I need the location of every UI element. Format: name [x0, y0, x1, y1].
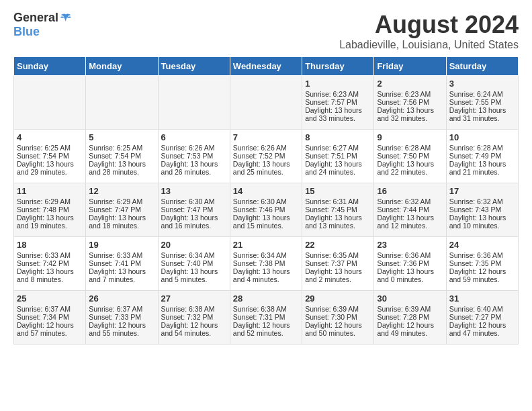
cell-text: Daylight: 13 hours and 24 minutes. — [305, 160, 371, 176]
day-number: 15 — [305, 186, 371, 196]
cell-text: Sunset: 7:37 PM — [305, 259, 371, 267]
cell-text: Sunset: 7:53 PM — [161, 152, 227, 160]
cell-text: Daylight: 13 hours and 4 minutes. — [233, 267, 299, 283]
cell-text: Sunset: 7:46 PM — [233, 205, 299, 214]
cell-text: Sunset: 7:54 PM — [89, 152, 154, 160]
cell-text: Sunset: 7:36 PM — [377, 259, 443, 267]
cell-text: Sunrise: 6:27 AM — [305, 144, 371, 152]
header-sunday: Sunday — [14, 57, 86, 76]
calendar-cell: 1Sunrise: 6:23 AMSunset: 7:57 PMDaylight… — [302, 76, 374, 130]
calendar-cell: 22Sunrise: 6:35 AMSunset: 7:37 PMDayligh… — [302, 237, 374, 291]
day-number: 31 — [449, 293, 515, 304]
calendar-cell — [86, 76, 158, 130]
page-subtitle: Labadieville, Louisiana, United States — [339, 39, 519, 51]
day-number: 21 — [233, 240, 299, 250]
calendar-cell: 30Sunrise: 6:39 AMSunset: 7:28 PMDayligh… — [374, 291, 446, 345]
calendar-cell: 23Sunrise: 6:36 AMSunset: 7:36 PMDayligh… — [374, 237, 446, 291]
cell-text: Sunrise: 6:23 AM — [377, 90, 443, 98]
week-row-3: 11Sunrise: 6:29 AMSunset: 7:48 PMDayligh… — [14, 183, 519, 237]
calendar-cell: 10Sunrise: 6:28 AMSunset: 7:49 PMDayligh… — [446, 130, 518, 183]
cell-text: Sunset: 7:41 PM — [89, 259, 154, 267]
calendar-cell: 28Sunrise: 6:38 AMSunset: 7:31 PMDayligh… — [230, 291, 302, 345]
day-number: 14 — [233, 186, 299, 196]
cell-text: Sunrise: 6:25 AM — [89, 144, 154, 152]
day-number: 8 — [305, 132, 371, 142]
cell-text: Daylight: 13 hours and 13 minutes. — [305, 214, 371, 230]
cell-text: Sunrise: 6:34 AM — [161, 251, 227, 259]
cell-text: Sunrise: 6:30 AM — [161, 197, 227, 205]
cell-text: Daylight: 13 hours and 22 minutes. — [377, 160, 443, 176]
cell-text: Sunset: 7:43 PM — [449, 205, 515, 214]
day-number: 17 — [449, 186, 515, 196]
day-number: 6 — [161, 132, 227, 142]
cell-text: Daylight: 12 hours and 57 minutes. — [17, 321, 83, 337]
day-number: 28 — [233, 293, 299, 304]
cell-text: Sunset: 7:32 PM — [161, 313, 227, 321]
header-saturday: Saturday — [446, 57, 518, 76]
cell-text: Sunrise: 6:28 AM — [377, 144, 443, 152]
day-number: 16 — [377, 186, 443, 196]
day-number: 18 — [17, 240, 83, 250]
cell-text: Sunrise: 6:38 AM — [161, 305, 227, 313]
cell-text: Sunrise: 6:37 AM — [89, 305, 154, 313]
cell-text: Sunset: 7:31 PM — [233, 313, 299, 321]
cell-text: Sunset: 7:52 PM — [233, 152, 299, 160]
calendar-cell: 15Sunrise: 6:31 AMSunset: 7:45 PMDayligh… — [302, 183, 374, 237]
day-number: 24 — [449, 240, 515, 250]
cell-text: Sunrise: 6:39 AM — [305, 305, 371, 313]
cell-text: Daylight: 13 hours and 19 minutes. — [17, 214, 83, 230]
cell-text: Sunset: 7:44 PM — [377, 205, 443, 214]
cell-text: Daylight: 13 hours and 15 minutes. — [233, 214, 299, 230]
calendar-cell: 19Sunrise: 6:33 AMSunset: 7:41 PMDayligh… — [86, 237, 158, 291]
cell-text: Daylight: 13 hours and 16 minutes. — [161, 214, 227, 230]
cell-text: Sunrise: 6:36 AM — [377, 251, 443, 259]
calendar-cell: 25Sunrise: 6:37 AMSunset: 7:34 PMDayligh… — [14, 291, 86, 345]
cell-text: Sunrise: 6:33 AM — [17, 251, 83, 259]
calendar-cell: 5Sunrise: 6:25 AMSunset: 7:54 PMDaylight… — [86, 130, 158, 183]
day-number: 9 — [377, 132, 443, 142]
calendar-cell: 6Sunrise: 6:26 AMSunset: 7:53 PMDaylight… — [158, 130, 230, 183]
day-number: 23 — [377, 240, 443, 250]
cell-text: Daylight: 12 hours and 52 minutes. — [233, 321, 299, 337]
calendar-cell: 21Sunrise: 6:34 AMSunset: 7:38 PMDayligh… — [230, 237, 302, 291]
calendar-cell: 20Sunrise: 6:34 AMSunset: 7:40 PMDayligh… — [158, 237, 230, 291]
cell-text: Sunrise: 6:29 AM — [17, 197, 83, 205]
cell-text: Sunrise: 6:25 AM — [17, 144, 83, 152]
cell-text: Sunset: 7:35 PM — [449, 259, 515, 267]
cell-text: Sunrise: 6:35 AM — [305, 251, 371, 259]
cell-text: Daylight: 13 hours and 26 minutes. — [161, 160, 227, 176]
calendar-cell: 17Sunrise: 6:32 AMSunset: 7:43 PMDayligh… — [446, 183, 518, 237]
cell-text: Daylight: 13 hours and 25 minutes. — [233, 160, 299, 176]
cell-text: Daylight: 12 hours and 47 minutes. — [449, 321, 515, 337]
cell-text: Daylight: 13 hours and 29 minutes. — [17, 160, 83, 176]
cell-text: Sunset: 7:45 PM — [305, 205, 371, 214]
header-tuesday: Tuesday — [158, 57, 230, 76]
cell-text: Daylight: 13 hours and 33 minutes. — [305, 106, 371, 122]
day-number: 30 — [377, 293, 443, 304]
cell-text: Sunrise: 6:36 AM — [449, 251, 515, 259]
calendar-cell: 9Sunrise: 6:28 AMSunset: 7:50 PMDaylight… — [374, 130, 446, 183]
calendar-cell: 24Sunrise: 6:36 AMSunset: 7:35 PMDayligh… — [446, 237, 518, 291]
week-row-1: 1Sunrise: 6:23 AMSunset: 7:57 PMDaylight… — [14, 76, 519, 130]
calendar-cell: 27Sunrise: 6:38 AMSunset: 7:32 PMDayligh… — [158, 291, 230, 345]
calendar-cell — [158, 76, 230, 130]
cell-text: Sunset: 7:28 PM — [377, 313, 443, 321]
week-row-2: 4Sunrise: 6:25 AMSunset: 7:54 PMDaylight… — [14, 130, 519, 183]
logo: General Blue — [13, 11, 72, 39]
calendar-cell: 31Sunrise: 6:40 AMSunset: 7:27 PMDayligh… — [446, 291, 518, 345]
day-number: 29 — [305, 293, 371, 304]
week-row-5: 25Sunrise: 6:37 AMSunset: 7:34 PMDayligh… — [14, 291, 519, 345]
day-number: 25 — [17, 293, 83, 304]
logo-bird-icon — [60, 12, 72, 24]
cell-text: Sunrise: 6:32 AM — [449, 197, 515, 205]
cell-text: Daylight: 12 hours and 55 minutes. — [89, 321, 154, 337]
cell-text: Sunset: 7:49 PM — [449, 152, 515, 160]
day-number: 5 — [89, 132, 154, 142]
cell-text: Sunrise: 6:28 AM — [449, 144, 515, 152]
cell-text: Sunset: 7:47 PM — [89, 205, 154, 214]
calendar-cell — [230, 76, 302, 130]
day-number: 13 — [161, 186, 227, 196]
cell-text: Sunrise: 6:32 AM — [377, 197, 443, 205]
cell-text: Sunrise: 6:34 AM — [233, 251, 299, 259]
cell-text: Daylight: 13 hours and 5 minutes. — [161, 267, 227, 283]
